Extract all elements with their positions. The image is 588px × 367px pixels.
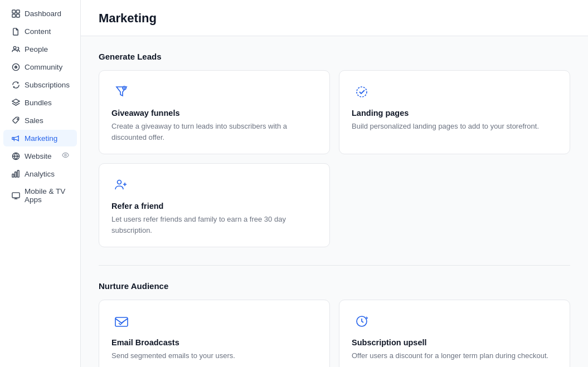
grid-icon [11,9,20,18]
sidebar-label-community: Community [25,63,62,71]
card-email-broadcasts[interactable]: Email Broadcasts Send segmented emails t… [99,300,330,367]
svg-point-10 [65,154,66,156]
svg-rect-14 [12,192,19,197]
sidebar-item-community[interactable]: Community [3,58,77,75]
card-desc-landing: Build personalized landing pages to add … [352,121,557,132]
page-header: Marketing [81,0,588,36]
sidebar-item-bundles[interactable]: Bundles [3,94,77,111]
card-title-refer: Refer a friend [111,202,317,211]
sidebar-item-website[interactable]: Website [3,148,77,164]
svg-rect-2 [12,14,15,17]
svg-rect-12 [14,172,16,177]
svg-rect-1 [16,9,20,13]
sidebar-item-marketing[interactable]: Marketing [3,130,77,146]
card-refer-a-friend[interactable]: Refer a friend Let users refer friends a… [99,163,330,247]
sidebar-label-marketing: Marketing [25,134,57,143]
svg-point-4 [13,46,16,49]
mail-check-icon [111,311,132,331]
section-nurture-audience: Nurture Audience Email Broadcasts Send s… [99,281,570,367]
card-desc-giveaway: Create a giveaway to turn leads into sub… [111,121,317,143]
sidebar-label-mobile-tv: Mobile & TV Apps [25,187,69,204]
file-icon [11,27,20,36]
svg-rect-13 [17,170,19,177]
refresh-icon [11,80,20,89]
section-divider [99,265,570,266]
layers-icon [11,98,20,107]
sidebar-item-dashboard[interactable]: Dashboard [3,5,77,22]
card-giveaway-funnels[interactable]: Giveaway funnels Create a giveaway to tu… [99,70,330,154]
svg-rect-3 [16,14,20,17]
sidebar-label-people: People [25,45,48,53]
sidebar-item-analytics[interactable]: Analytics [3,165,77,182]
sidebar-item-people[interactable]: People [3,41,77,57]
tag-icon [11,116,20,125]
svg-point-16 [357,87,367,97]
sidebar-item-mobile-tv[interactable]: Mobile & TV Apps [3,183,77,208]
card-desc-email: Send segmented emails to your users. [111,350,317,361]
svg-rect-18 [115,317,128,326]
sidebar: Dashboard Content People [0,0,81,367]
card-title-upsell: Subscription upsell [352,338,557,347]
cursor-icon [352,82,372,102]
svg-rect-0 [12,9,15,13]
svg-point-7 [17,118,18,119]
sidebar-item-sales[interactable]: Sales [3,112,77,129]
sidebar-item-subscriptions[interactable]: Subscriptions [3,76,77,93]
globe-icon [11,151,20,160]
person-add-icon [111,175,132,195]
sidebar-label-content: Content [25,27,51,36]
card-desc-upsell: Offer users a discount for a longer term… [352,350,557,361]
page-title: Marketing [99,11,570,26]
main-content: Marketing Generate Leads Giveaway funnel… [81,0,588,367]
megaphone-icon [11,134,20,143]
svg-rect-8 [12,137,13,139]
card-subscription-upsell[interactable]: Subscription upsell Offer users a discou… [339,300,570,367]
eye-icon [62,151,69,160]
sidebar-label-website: Website [25,152,52,160]
svg-rect-11 [12,174,13,177]
funnel-icon [111,82,132,102]
card-title-giveaway: Giveaway funnels [111,109,317,118]
card-title-email: Email Broadcasts [111,338,317,347]
card-landing-pages[interactable]: Landing pages Build personalized landing… [339,70,570,154]
sidebar-label-bundles: Bundles [25,99,52,107]
bar-chart-icon [11,169,20,178]
community-icon [11,62,20,71]
sidebar-item-content[interactable]: Content [3,23,77,40]
section-title-nurture: Nurture Audience [99,281,570,291]
card-title-landing: Landing pages [352,109,557,118]
card-desc-refer: Let users refer friends and family to ea… [111,214,317,236]
section-generate-leads: Generate Leads Giveaway funnels Create a… [99,52,570,247]
monitor-icon [11,191,20,200]
sidebar-label-sales: Sales [25,116,43,125]
sidebar-label-analytics: Analytics [25,170,55,178]
sidebar-label-dashboard: Dashboard [25,9,61,18]
content-area: Generate Leads Giveaway funnels Create a… [81,36,588,367]
clock-arrow-icon [352,311,372,331]
sidebar-label-subscriptions: Subscriptions [25,81,70,89]
svg-point-17 [118,180,122,184]
generate-leads-cards: Giveaway funnels Create a giveaway to tu… [99,70,570,247]
users-icon [11,45,20,53]
section-title-generate-leads: Generate Leads [99,52,570,61]
nurture-audience-cards: Email Broadcasts Send segmented emails t… [99,300,570,367]
